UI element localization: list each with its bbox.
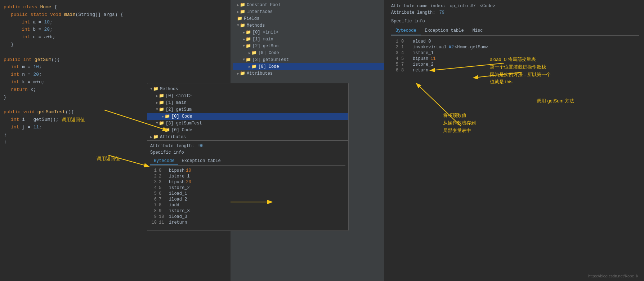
expand-icon: ▶ [249,51,251,55]
number: 11 [33,124,39,131]
code-text: c = a+b; [33,34,55,41]
popup-tree-main[interactable]: ▶ 📁 [1] main [147,99,348,106]
tree-label: [3] getSumTest [252,57,289,62]
folder-icon: 📁 [240,9,245,14]
main-tab-exception[interactable]: Exception table [421,27,468,35]
tree-item-getsum[interactable]: ▼ 📁 [2] getSum [233,43,384,49]
bc-offset: 4 [401,51,410,56]
popup-attr-section: Attribute length: 96 Specific info Bytec… [147,140,348,228]
bc-linenum: 4 [391,56,398,61]
code-line: int b = 20 ; [0,26,231,34]
popup-tree-code-getsumtest[interactable]: ▶ 📁 [0] Code [147,127,348,133]
bc-offset: 7 [401,62,410,67]
popup-bc-row: 5 6 iload_1 [150,191,345,197]
tree-label: Attributes [247,71,273,76]
tree-label: Fields [244,16,259,21]
tree-item-main[interactable]: ▶ 📁 [1] main [233,36,384,43]
code-text: a = [33,19,44,26]
popup-attr-length-row: Attribute length: 96 [150,144,345,149]
code-text: (){ [66,109,74,116]
popup-tree-code-getsum[interactable]: ▶ 📁 [0] Code [147,113,348,120]
method-name: getSum [35,56,52,64]
popup-tree-methods[interactable]: ▼ 📁 Methods [147,85,348,92]
folder-icon: 📁 [159,93,164,98]
tree-item-fields[interactable]: 📁 Fields [233,15,384,22]
tree-label: [0] <init> [252,30,278,35]
code-line: public class Home { [0,4,231,11]
tree-item-constant[interactable]: ▶ 📁 Constant Pool [233,1,384,8]
bc-link[interactable]: #2 [449,45,454,50]
bc-linenum: 6 [391,68,398,73]
popup-bc-row: 9 10 iload_3 [150,214,345,220]
tree-item-interfaces[interactable]: ▶ 📁 Interfaces [233,8,384,15]
tree-item-code-getsumtest[interactable]: ▶ 📁 [0] Code [233,63,384,70]
code-line: int c = a+b; [0,34,231,41]
popup-tree-label: [0] <init> [166,93,192,98]
folder-icon: 📁 [240,2,245,8]
popup-tree-getsum[interactable]: ▼ 📁 [2] getSum [147,106,348,113]
bc-row: 2 1 invokevirtual #2 <Home.getSum> [391,44,639,50]
tree-item-code-getsum[interactable]: ▶ 📁 [0] Code [233,49,384,56]
attr-name-link[interactable]: cp_info #7 [450,4,475,9]
folder-icon: 📁 [153,134,158,140]
code-text: ; [39,71,42,79]
popup-tree-init[interactable]: ▶ 📁 [0] <init> [147,92,348,99]
folder-icon: 📁 [251,64,257,69]
popup-tabs-row: Bytecode Exception table [150,157,345,166]
bc-instr: istore_2 [413,62,434,67]
keyword: public [4,4,23,11]
tree-item-getsumtest[interactable]: ▼ 📁 [3] getSumTest [233,56,384,63]
folder-icon: 📁 [237,16,242,21]
bc-instr: bipush [413,56,428,61]
popup-tab-bytecode[interactable]: Bytecode [150,157,178,165]
tree-label: [2] getSum [252,44,278,49]
bc-instr: istore_1 [413,51,434,56]
code-text: { [54,4,57,11]
code-line: public static void main (String[] args) … [0,11,231,19]
expand-icon: ▼ [156,121,158,125]
popup-bc-row: 2 2 istore_1 [150,174,345,179]
expand-icon: ▶ [243,30,245,35]
code-line: public int getSum (){ [0,56,231,64]
keyword: void [50,11,64,19]
tree-item-methods[interactable]: ▼ 📁 Methods [233,22,384,29]
popup-tab-exception[interactable]: Exception table [178,157,224,165]
bc-offset: 1 [401,45,410,50]
folder-icon: 📁 [159,100,164,105]
keyword: int [22,26,33,34]
code-line: int a = 10 ; [0,19,231,26]
popup-tree-attributes[interactable]: ▶ 📁 Attributes [147,133,348,140]
specific-info-title: Specific info [391,19,639,24]
expand-icon: ▶ [156,94,158,98]
popup-tree-getsumtest[interactable]: ▼ 📁 [3] getSumTest [147,120,348,127]
tree-label: Interfaces [247,9,273,14]
main-tab-misc[interactable]: Misc [468,27,487,35]
expand-icon: ▶ [162,128,164,132]
folder-icon: 📁 [165,114,170,119]
popup-bc-row: 7 8 iadd [150,202,345,208]
popup-tree-label: Methods [160,87,178,92]
folder-icon: 📁 [165,127,170,133]
expand-icon: ▶ [156,101,158,105]
tree-item-init[interactable]: ▶ 📁 [0] <init> [233,29,384,36]
method-name: getSumTest [37,109,66,116]
folder-icon: 📁 [246,36,251,42]
folder-icon: 📁 [240,71,245,76]
code-line: int n = 20 ; [0,71,231,79]
keyword: public [4,56,23,64]
code-line [0,49,231,56]
popup-bc-row: 8 9 istore_3 [150,208,345,214]
main-tab-bytecode[interactable]: Bytecode [391,27,421,35]
tree-item-attributes[interactable]: ▶ 📁 Attributes [233,70,384,77]
popup-tree: ▼ 📁 Methods ▶ 📁 [0] <init> ▶ 📁 [1] main … [147,85,348,140]
folder-icon: 📁 [240,23,245,28]
popup-bytecode-table: 1 0 bipush 10 2 2 istore_1 3 3 bipush 20… [150,168,345,225]
bc-extra: <Home.getSum> [455,45,488,50]
popup-bc-row: 1 0 bipush 10 [150,168,345,174]
code-text: ; [39,63,42,71]
attr-name-code: <Code> [480,4,495,9]
code-text: } [4,139,6,146]
code-text: k = m+n; [22,79,44,86]
bc-row: 6 8 return [391,67,639,73]
attr-name-label: Attribute name index: [391,4,446,9]
